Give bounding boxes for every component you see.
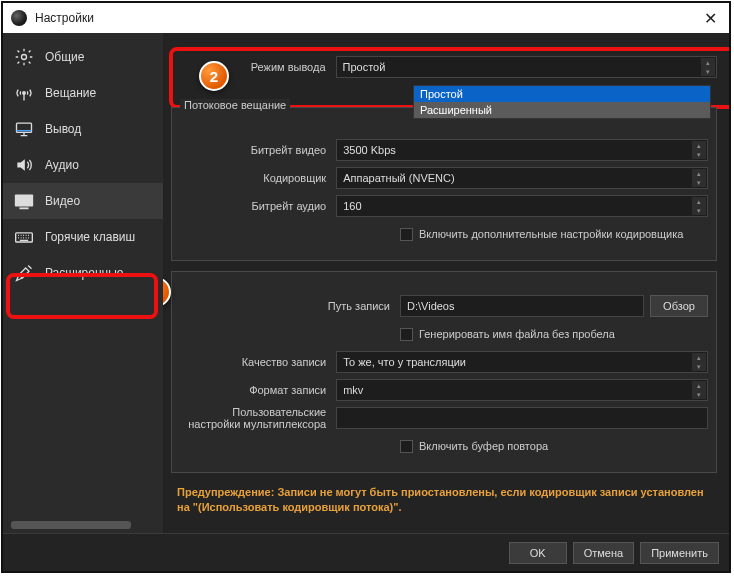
chevron-up-icon: ▴: [692, 169, 706, 178]
record-path-label: Путь записи: [180, 300, 400, 312]
callout-2: 2: [199, 61, 229, 91]
video-bitrate-input[interactable]: 3500 Kbps ▴▾: [336, 139, 708, 161]
svg-rect-3: [15, 195, 33, 207]
dropdown-option-advanced[interactable]: Расширенный: [414, 102, 710, 118]
browse-button[interactable]: Обзор: [650, 295, 708, 317]
nospace-label: Генерировать имя файла без пробела: [419, 328, 615, 340]
video-bitrate-label: Битрейт видео: [180, 144, 336, 156]
replay-buffer-checkbox[interactable]: Включить буфер повтора: [400, 440, 548, 453]
cancel-button[interactable]: Отмена: [573, 542, 634, 564]
record-format-combo[interactable]: mkv ▴▾: [336, 379, 708, 401]
close-icon[interactable]: ✕: [700, 9, 721, 28]
chevron-down-icon: ▾: [692, 362, 706, 371]
chevron-up-icon: ▴: [692, 353, 706, 362]
record-path-input[interactable]: D:\Videos: [400, 295, 644, 317]
chevron-down-icon: ▾: [692, 206, 706, 215]
keyboard-icon: [13, 226, 35, 248]
sidebar-item-label: Общие: [45, 50, 84, 64]
output-mode-label: Режим вывода: [173, 61, 336, 73]
monitor-icon: [13, 118, 35, 140]
titlebar: Настройки ✕: [3, 3, 729, 33]
dropdown-option-simple[interactable]: Простой: [414, 86, 710, 102]
checkbox-icon: [400, 228, 413, 241]
sidebar-item-label: Вещание: [45, 86, 96, 100]
display-icon: [13, 190, 35, 212]
chevron-up-icon: ▴: [701, 58, 715, 67]
sidebar-scrollbar[interactable]: [11, 521, 131, 529]
sidebar-item-label: Видео: [45, 194, 80, 208]
muxer-label: Пользовательские настройки мультиплексор…: [180, 406, 336, 430]
record-path-value: D:\Videos: [407, 300, 455, 312]
video-bitrate-value: 3500 Kbps: [343, 144, 396, 156]
chevron-up-icon: ▴: [692, 381, 706, 390]
sidebar-item-stream[interactable]: Вещание: [3, 75, 163, 111]
audio-bitrate-combo[interactable]: 160 ▴▾: [336, 195, 708, 217]
audio-bitrate-label: Битрейт аудио: [180, 200, 336, 212]
replay-buffer-label: Включить буфер повтора: [419, 440, 548, 452]
sidebar-item-video[interactable]: Видео: [3, 183, 163, 219]
speaker-icon: [13, 154, 35, 176]
obs-logo-icon: [11, 10, 27, 26]
muxer-input[interactable]: [336, 407, 708, 429]
record-quality-label: Качество записи: [180, 356, 336, 368]
advanced-encoder-label: Включить дополнительные настройки кодиро…: [419, 228, 683, 240]
encoder-label: Кодировщик: [180, 172, 336, 184]
record-quality-combo[interactable]: То же, что у трансляции ▴▾: [336, 351, 708, 373]
sidebar-item-advanced[interactable]: Расширенные: [3, 255, 163, 291]
chevron-down-icon: ▾: [692, 390, 706, 399]
audio-bitrate-value: 160: [343, 200, 361, 212]
spin-up-icon[interactable]: ▴: [692, 141, 706, 150]
spin-down-icon[interactable]: ▾: [692, 150, 706, 159]
ok-button[interactable]: OK: [509, 542, 567, 564]
window-title: Настройки: [35, 11, 94, 25]
warning-text: Предупреждение: Записи не могут быть при…: [165, 477, 723, 519]
output-mode-dropdown[interactable]: Простой Расширенный: [413, 85, 711, 119]
sidebar-item-output[interactable]: Вывод: [3, 111, 163, 147]
apply-button[interactable]: Применить: [640, 542, 719, 564]
checkbox-icon: [400, 440, 413, 453]
sidebar-item-label: Горячие клавиш: [45, 230, 135, 244]
output-mode-value: Простой: [343, 61, 386, 73]
callout-1: 1: [163, 277, 171, 307]
sidebar-item-label: Расширенные: [45, 266, 124, 280]
chevron-down-icon: ▾: [692, 178, 706, 187]
sidebar-item-general[interactable]: Общие: [3, 39, 163, 75]
chevron-down-icon: ▾: [701, 67, 715, 76]
sidebar: Общие Вещание Вывод Аудио Видео Горячие …: [3, 33, 163, 533]
record-format-label: Формат записи: [180, 384, 336, 396]
checkbox-icon: [400, 328, 413, 341]
antenna-icon: [13, 82, 35, 104]
nospace-checkbox[interactable]: Генерировать имя файла без пробела: [400, 328, 615, 341]
record-quality-value: То же, что у трансляции: [343, 356, 466, 368]
sidebar-item-label: Аудио: [45, 158, 79, 172]
output-mode-combo[interactable]: Простой ▴▾: [336, 56, 717, 78]
sidebar-item-audio[interactable]: Аудио: [3, 147, 163, 183]
record-format-value: mkv: [343, 384, 363, 396]
encoder-combo[interactable]: Аппаратный (NVENC) ▴▾: [336, 167, 708, 189]
encoder-value: Аппаратный (NVENC): [343, 172, 454, 184]
sidebar-item-label: Вывод: [45, 122, 81, 136]
main-panel: Режим вывода Простой ▴▾ Простой Расширен…: [163, 33, 729, 533]
streaming-group-title: Потоковое вещание: [180, 99, 290, 111]
footer: OK Отмена Применить: [3, 533, 729, 571]
tools-icon: [13, 262, 35, 284]
sidebar-item-hotkeys[interactable]: Горячие клавиш: [3, 219, 163, 255]
chevron-up-icon: ▴: [692, 197, 706, 206]
svg-point-0: [22, 55, 27, 60]
svg-rect-4: [19, 207, 28, 209]
advanced-encoder-checkbox[interactable]: Включить дополнительные настройки кодиро…: [400, 228, 683, 241]
gear-icon: [13, 46, 35, 68]
